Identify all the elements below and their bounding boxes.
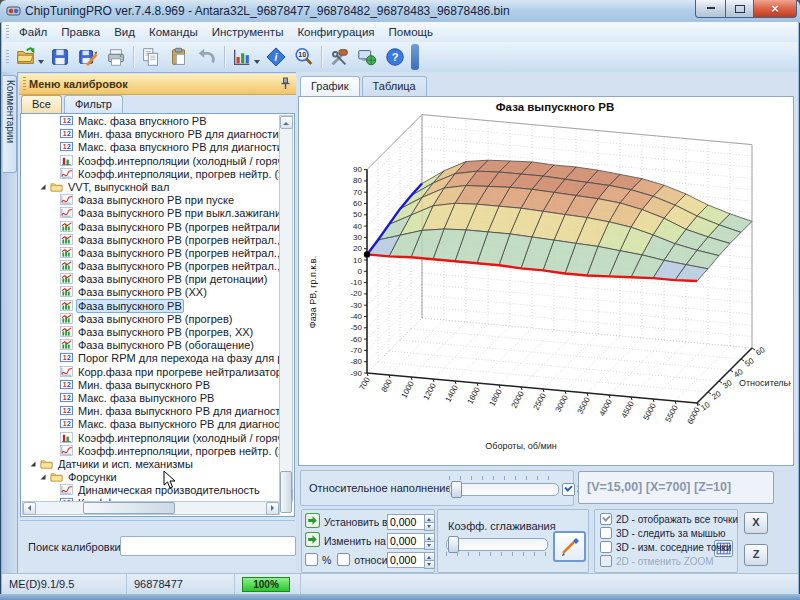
- tab-filter[interactable]: Фильтр: [64, 95, 123, 113]
- scroll-left-button[interactable]: [23, 502, 36, 515]
- tree-item[interactable]: Фаза выпускного РВ (прогрев нейтрал., ХХ…: [22, 260, 280, 273]
- relative-input[interactable]: [387, 552, 427, 568]
- expander-icon[interactable]: [39, 473, 47, 481]
- tree-item[interactable]: 12Мин. фаза выпускного РВ для диагностик…: [22, 405, 280, 418]
- info-button[interactable]: i: [262, 44, 290, 70]
- relative-spinner[interactable]: [424, 552, 435, 568]
- tree-item[interactable]: Корр.фаза при прогреве нейтрализатора: [22, 366, 280, 379]
- set-to-spinner[interactable]: [424, 514, 435, 530]
- surface-plot[interactable]: -90-80-70-60-50-40-30-20-100102030405060…: [299, 97, 791, 463]
- tab-all[interactable]: Все: [21, 95, 62, 113]
- svg-text:60: 60: [353, 199, 362, 208]
- smoothing-slider-thumb[interactable]: [448, 536, 459, 553]
- tree-item[interactable]: Фаза выпускного РВ: [22, 300, 280, 313]
- maximize-button[interactable]: [726, 0, 754, 18]
- change-by-spinner[interactable]: [424, 533, 435, 549]
- minimize-button[interactable]: [695, 0, 726, 18]
- toolbar-grip[interactable]: [6, 50, 9, 64]
- tree-item[interactable]: 12Порог RPM для перехода на фазу для реж…: [22, 352, 280, 365]
- hscroll-thumb[interactable]: [83, 502, 175, 514]
- 3d-checkbox[interactable]: [562, 483, 575, 496]
- comments-tab[interactable]: Комментарии: [3, 75, 17, 173]
- tree-item[interactable]: Фаза выпускного РВ (прогрев нейтрал., хо…: [22, 234, 280, 247]
- tree-item[interactable]: Фаза выпускного РВ (ХХ): [22, 286, 280, 299]
- edit-pen-button[interactable]: [553, 531, 586, 562]
- tree-item[interactable]: 12Макс. фаза впускного РВ: [22, 115, 280, 128]
- relative-checkbox[interactable]: [337, 553, 350, 566]
- tree-item[interactable]: Коэфф.интерполяции (холодный / горячий ): [22, 155, 280, 168]
- expander-icon[interactable]: [39, 183, 47, 191]
- tree-vscrollbar[interactable]: [279, 115, 293, 502]
- help-button[interactable]: ?: [381, 44, 409, 70]
- pin-icon[interactable]: [280, 77, 291, 92]
- scroll-right-button[interactable]: [266, 502, 279, 515]
- menu-grip[interactable]: [6, 25, 9, 39]
- save-button[interactable]: [46, 44, 74, 70]
- print-button[interactable]: [102, 44, 130, 70]
- panel-grip[interactable]: [23, 77, 26, 91]
- z-axis-button[interactable]: Z: [744, 544, 768, 566]
- tree-item[interactable]: 12Мин. фаза впускного РВ для диагностики: [22, 128, 280, 141]
- tree-item[interactable]: Фаза выпускного РВ (прогрев): [22, 313, 280, 326]
- chart-button-dropdown[interactable]: [254, 60, 260, 64]
- percent-checkbox[interactable]: [305, 553, 318, 566]
- surface-chart[interactable]: -90-80-70-60-50-40-30-20-100102030405060…: [298, 96, 794, 466]
- tab-graph[interactable]: График: [300, 76, 360, 96]
- paste-button[interactable]: [165, 44, 193, 70]
- tree-item[interactable]: 12Макс. фаза выпускного РВ для диагности…: [22, 418, 280, 431]
- menu-Вид[interactable]: Вид: [107, 24, 142, 40]
- tree-item[interactable]: Динамическая производительность: [22, 484, 280, 497]
- tree-hscrollbar[interactable]: [22, 501, 280, 515]
- set-to-input[interactable]: [387, 514, 427, 530]
- tree-item[interactable]: Фаза выпускного РВ (обогащение): [22, 339, 280, 352]
- tree-item[interactable]: Фаза выпускного РВ при выкл.зажигания: [22, 207, 280, 220]
- tree-item[interactable]: Датчики и исп. механизмы: [22, 458, 280, 471]
- tree-item[interactable]: Коэфф.интерполяции (холодный / горячий ): [22, 432, 280, 445]
- apply-set-button[interactable]: [305, 513, 320, 530]
- tree-item[interactable]: Фаза выпускного РВ (прогрев, ХХ): [22, 326, 280, 339]
- x-axis-button[interactable]: X: [744, 512, 768, 534]
- menu-Правка[interactable]: Правка: [54, 24, 107, 40]
- change-by-input[interactable]: [387, 533, 427, 549]
- copy-button[interactable]: [137, 44, 165, 70]
- menu-Инструменты[interactable]: Инструменты: [205, 24, 291, 40]
- fill-slider-thumb[interactable]: [451, 481, 462, 498]
- expander-icon[interactable]: [29, 460, 37, 468]
- apply-change-button[interactable]: [305, 532, 320, 549]
- network-button[interactable]: [353, 44, 381, 70]
- save-as-button[interactable]: [74, 44, 102, 70]
- menu-Команды[interactable]: Команды: [142, 24, 205, 40]
- tree-item[interactable]: Форсунки: [22, 471, 280, 484]
- tab-table[interactable]: Таблица: [362, 76, 427, 96]
- open-button-dropdown[interactable]: [38, 60, 44, 64]
- tree-item[interactable]: Коэфф.интерполяции, прогрев нейтр. (холо…: [22, 445, 280, 458]
- search-input[interactable]: [120, 536, 296, 556]
- menu-Файл[interactable]: Файл: [12, 24, 54, 40]
- tree-item[interactable]: 12Макс. фаза выпускного РВ: [22, 392, 280, 405]
- option-checkbox[interactable]: [600, 555, 612, 567]
- fill-slider[interactable]: [449, 483, 559, 496]
- option-checkbox[interactable]: [600, 513, 612, 525]
- option-checkbox[interactable]: [600, 541, 612, 553]
- menu-Помощь[interactable]: Помощь: [382, 24, 440, 40]
- zoom-button[interactable]: 10: [290, 44, 318, 70]
- tree-item[interactable]: VVT, выпускной вал: [22, 181, 280, 194]
- title-bar[interactable]: ChipTuningPRO ver.7.4.8.969 - Antara32L_…: [0, 0, 800, 23]
- tree-item[interactable]: 12Макс. фаза впускного РВ для диагностик…: [22, 141, 280, 154]
- tools-button[interactable]: [325, 44, 353, 70]
- menu-Конфигурация[interactable]: Конфигурация: [290, 24, 381, 40]
- scroll-up-button[interactable]: [280, 116, 293, 129]
- tree-item[interactable]: Фаза выпускного РВ (прогрев нейтрал., ХХ…: [22, 247, 280, 260]
- tree-item[interactable]: Фаза выпускного РВ (при детонации): [22, 273, 280, 286]
- open-button[interactable]: [12, 44, 40, 70]
- tree-item[interactable]: Фаза выпускного РВ (прогрев нейтрализато…: [22, 221, 280, 234]
- vscroll-thumb[interactable]: [280, 471, 292, 513]
- tree-item[interactable]: Фаза выпускного РВ при пуске: [22, 194, 280, 207]
- chart-button[interactable]: [228, 44, 256, 70]
- close-button[interactable]: ×: [754, 0, 797, 18]
- undo-button[interactable]: [193, 44, 221, 70]
- tree-item[interactable]: 12Мин. фаза выпускного РВ: [22, 379, 280, 392]
- tree-item[interactable]: Коэфф.интерполяции, прогрев нейтр. (холо…: [22, 168, 280, 181]
- option-checkbox[interactable]: [600, 527, 612, 539]
- smoothing-slider[interactable]: [446, 538, 548, 551]
